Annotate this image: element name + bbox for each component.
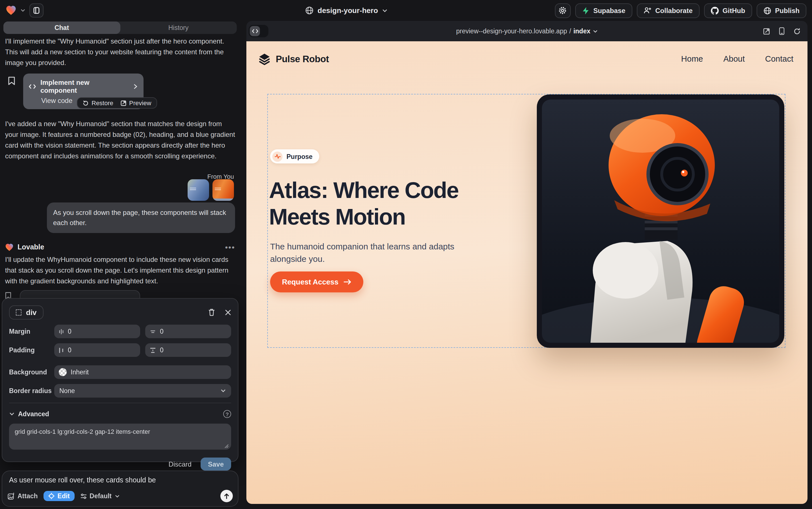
site-nav-home[interactable]: Home xyxy=(681,54,703,63)
sidebar-toggle-button[interactable] xyxy=(29,3,43,18)
element-tag: div xyxy=(26,308,37,316)
chevron-down-icon xyxy=(220,388,226,394)
advanced-section-toggle[interactable]: Advanced ? xyxy=(9,408,231,420)
code-icon xyxy=(252,29,258,33)
settings-button[interactable] xyxy=(555,3,571,18)
save-button[interactable]: Save xyxy=(200,457,231,471)
github-button[interactable]: GitHub xyxy=(704,3,752,18)
topbar: design-your-hero Supabase Collaborate Gi… xyxy=(0,0,812,21)
preview-pane: preview--design-your-hero.lovable.app / … xyxy=(246,21,808,504)
margin-y-input[interactable]: 0 xyxy=(145,325,231,338)
hero-robot-card xyxy=(537,95,784,348)
preview-toolbar: preview--design-your-hero.lovable.app / … xyxy=(246,21,808,41)
padding-y-input[interactable]: 0 xyxy=(145,343,231,357)
selected-element-pill[interactable]: div xyxy=(9,305,43,319)
chevron-right-icon xyxy=(134,84,138,89)
site-nav-contact[interactable]: Contact xyxy=(765,54,793,63)
project-name: design-your-hero xyxy=(318,6,378,15)
padding-x-icon xyxy=(59,347,64,353)
more-options-icon[interactable]: ••• xyxy=(225,243,235,252)
restore-button[interactable]: Restore xyxy=(82,100,113,106)
attach-button[interactable]: Attach xyxy=(7,492,38,500)
open-in-new-tab-button[interactable] xyxy=(763,27,770,35)
bookmark-icon[interactable] xyxy=(8,76,15,86)
pulse-icon xyxy=(274,154,281,159)
discard-button[interactable]: Discard xyxy=(169,460,191,468)
edit-mode-button[interactable]: Edit xyxy=(43,491,74,501)
site-brand[interactable]: Pulse Robot xyxy=(258,53,329,65)
github-icon xyxy=(710,6,718,14)
sliders-icon xyxy=(80,493,87,499)
user-message-bubble: As you scroll down the page, these compo… xyxy=(47,202,235,233)
attachment-thumbnail-blue[interactable] xyxy=(188,179,209,201)
advanced-classes-textarea[interactable]: grid grid-cols-1 lg:grid-cols-2 gap-12 i… xyxy=(9,423,231,450)
preview-button[interactable]: Preview xyxy=(120,100,151,106)
site-brand-name: Pulse Robot xyxy=(276,54,329,64)
robot-image xyxy=(542,100,779,343)
chevron-down-icon[interactable] xyxy=(20,8,26,13)
color-swatch-icon xyxy=(59,368,67,376)
tab-history[interactable]: History xyxy=(120,22,237,34)
hero-badge: Purpose xyxy=(270,149,319,164)
project-switcher[interactable]: design-your-hero xyxy=(305,0,387,21)
chat-composer: Attach Edit Default xyxy=(2,471,238,507)
margin-label: Margin xyxy=(9,328,54,335)
visibility-globe-icon xyxy=(305,6,313,15)
chevron-down-icon xyxy=(593,29,598,34)
assistant-message: I've added a new "Why Humanoid" section … xyxy=(5,119,235,162)
restore-icon xyxy=(82,100,89,106)
mobile-view-button[interactable] xyxy=(779,27,785,35)
margin-x-icon xyxy=(59,328,64,335)
dashed-element-icon xyxy=(16,309,22,315)
supabase-icon xyxy=(582,6,589,14)
app-window: design-your-hero Supabase Collaborate Gi… xyxy=(0,0,812,509)
margin-y-icon xyxy=(150,329,156,334)
add-user-icon xyxy=(643,7,651,14)
external-link-icon xyxy=(763,27,770,35)
margin-x-input[interactable]: 0 xyxy=(54,325,140,338)
external-link-icon xyxy=(120,100,126,106)
background-input[interactable]: Inherit xyxy=(54,365,231,379)
supabase-button[interactable]: Supabase xyxy=(575,3,632,18)
padding-label: Padding xyxy=(9,347,54,353)
code-icon xyxy=(29,84,36,89)
background-label: Background xyxy=(9,369,54,376)
hero-subheading: The humanoid companion that learns and a… xyxy=(270,240,480,265)
chevron-down-icon xyxy=(114,494,119,499)
code-preview-toggle[interactable] xyxy=(249,25,268,37)
assistant-message: I'll implement the "Why Humanoid" sectio… xyxy=(5,36,235,68)
padding-x-input[interactable]: 0 xyxy=(54,343,140,357)
site-canvas: Pulse Robot Home About Contact Purpose A… xyxy=(246,41,808,504)
gear-icon xyxy=(559,6,567,15)
border-radius-label: Border radius xyxy=(9,387,54,394)
mobile-icon xyxy=(779,27,785,35)
site-navbar: Pulse Robot Home About Contact xyxy=(246,41,808,76)
refresh-icon xyxy=(793,27,801,35)
collaborate-button[interactable]: Collaborate xyxy=(636,3,699,18)
chat-input[interactable] xyxy=(9,476,231,484)
tab-chat[interactable]: Chat xyxy=(3,22,120,34)
attachment-thumbnail-orange[interactable] xyxy=(213,179,234,201)
request-access-button[interactable]: Request Access xyxy=(270,271,363,293)
site-nav-about[interactable]: About xyxy=(723,54,745,63)
send-button[interactable] xyxy=(220,490,233,502)
chat-history-tabs: Chat History xyxy=(3,22,237,34)
close-inspector-button[interactable] xyxy=(225,309,231,315)
refresh-button[interactable] xyxy=(793,27,801,35)
help-icon[interactable]: ? xyxy=(223,410,231,418)
component-card-title: Implement new component xyxy=(40,79,124,95)
delete-element-button[interactable] xyxy=(208,308,215,316)
trash-icon xyxy=(208,308,215,316)
model-mode-select[interactable]: Default xyxy=(80,493,119,499)
chevron-down-icon xyxy=(9,411,15,417)
image-attach-icon xyxy=(7,492,15,500)
arrow-up-icon xyxy=(224,493,229,499)
publish-button[interactable]: Publish xyxy=(756,3,806,18)
lovable-logo-heart-icon[interactable] xyxy=(6,5,16,16)
padding-y-icon xyxy=(150,347,156,353)
border-radius-select[interactable]: None xyxy=(54,384,231,398)
element-inspector-panel: div Margin 0 xyxy=(2,298,238,462)
chevron-down-icon xyxy=(382,8,387,13)
version-actions: Restore Preview xyxy=(77,97,157,109)
preview-url[interactable]: preview--design-your-hero.lovable.app / … xyxy=(456,28,598,34)
